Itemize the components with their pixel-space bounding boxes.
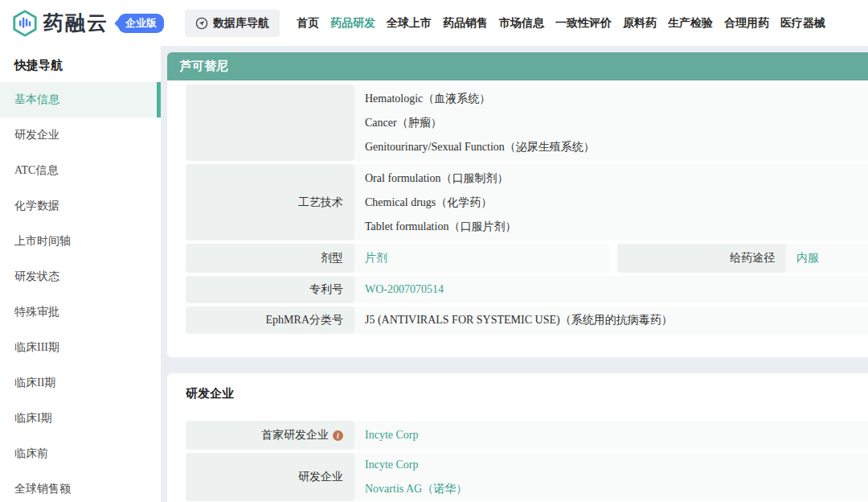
row-label: 研发企业 bbox=[186, 453, 354, 501]
edition-badge: 企业版 bbox=[118, 14, 164, 33]
company-link[interactable]: Novartis AG（诺华） bbox=[365, 483, 467, 495]
sidebar-item-clinical-phase1[interactable]: 临床I期 bbox=[0, 401, 161, 436]
main-content: 芦可替尼 Hematologic（血液系统） Cancer（肿瘤） Genito… bbox=[161, 46, 868, 502]
row-values: Hematologic（血液系统） Cancer（肿瘤） Genitourina… bbox=[354, 84, 868, 161]
drug-title: 芦可替尼 bbox=[180, 60, 228, 72]
main-nav: 首页 药品研发 全球上市 药品销售 市场信息 一致性评价 原料药 生产检验 合理… bbox=[291, 16, 831, 31]
rd-companies-card: 研发企业 首家研发企业 i Incyte Corp 研发企业 Incyte Co… bbox=[167, 373, 868, 502]
row-label: 剂型 bbox=[186, 244, 354, 273]
database-nav-label: 数据库导航 bbox=[213, 16, 269, 31]
row-value: 片剂 bbox=[354, 244, 609, 273]
logo-hexagon-icon bbox=[11, 10, 39, 37]
table-row-first-rd-company: 首家研发企业 i Incyte Corp bbox=[186, 421, 868, 450]
logo[interactable]: 药融云 企业版 bbox=[11, 10, 164, 37]
row-values: Incyte Corp Novartis AG（诺华） bbox=[354, 453, 868, 501]
value-item: Chemical drugs（化学药） bbox=[365, 191, 868, 215]
database-nav-button[interactable]: 数据库导航 bbox=[185, 10, 280, 37]
table-row-process-technology: 工艺技术 Oral formulation（口服制剂） Chemical dru… bbox=[186, 164, 868, 241]
row-label: 首家研发企业 i bbox=[186, 421, 354, 450]
sidebar-title: 快捷导航 bbox=[0, 46, 161, 82]
table-row-therapy-areas: Hematologic（血液系统） Cancer（肿瘤） Genitourina… bbox=[186, 84, 868, 161]
table-row-rd-companies: 研发企业 Incyte Corp Novartis AG（诺华） bbox=[186, 453, 868, 501]
row-label: EphMRA分类号 bbox=[186, 307, 354, 334]
basic-info-table: Hematologic（血液系统） Cancer（肿瘤） Genitourina… bbox=[167, 80, 868, 357]
row-value: J5 (ANTIVIRALS FOR SYSTEMIC USE)（系统用的抗病毒… bbox=[354, 307, 868, 334]
rd-companies-title: 研发企业 bbox=[186, 386, 868, 401]
nav-production-inspection[interactable]: 生产检验 bbox=[668, 16, 713, 31]
row-value: Incyte Corp bbox=[354, 421, 868, 450]
sidebar-item-chemical-data[interactable]: 化学数据 bbox=[0, 188, 161, 224]
row-value: 内服 bbox=[786, 244, 868, 273]
sidebar-item-clinical-phase2[interactable]: 临床II期 bbox=[0, 365, 161, 401]
sidebar-item-rd-companies[interactable]: 研发企业 bbox=[0, 117, 161, 153]
sidebar-item-launch-timeline[interactable]: 上市时间轴 bbox=[0, 224, 161, 259]
administration-route-link[interactable]: 内服 bbox=[796, 251, 868, 265]
value-item: Genitourinary/Sexual Function（泌尿生殖系统） bbox=[365, 135, 868, 159]
basic-info-card: 芦可替尼 Hematologic（血液系统） Cancer（肿瘤） Genito… bbox=[167, 52, 868, 357]
row-label: 给药途径 bbox=[617, 244, 786, 273]
value-item: Cancer（肿瘤） bbox=[365, 111, 868, 135]
table-row-patent-number: 专利号 WO-2007070514 bbox=[186, 276, 868, 303]
sidebar-item-rd-status[interactable]: 研发状态 bbox=[0, 259, 161, 294]
nav-drug-sales[interactable]: 药品销售 bbox=[443, 16, 488, 31]
compass-icon bbox=[195, 17, 208, 30]
nav-market-info[interactable]: 市场信息 bbox=[499, 16, 544, 31]
row-label bbox=[186, 84, 354, 161]
sidebar: 快捷导航 基本信息 研发企业 ATC信息 化学数据 上市时间轴 研发状态 特殊审… bbox=[0, 46, 161, 502]
nav-drug-rd[interactable]: 药品研发 bbox=[330, 16, 375, 31]
top-header: 药融云 企业版 数据库导航 首页 药品研发 全球上市 药品销售 市场信息 一致性… bbox=[0, 0, 868, 46]
nav-consistency-eval[interactable]: 一致性评价 bbox=[555, 16, 612, 31]
nav-api[interactable]: 原料药 bbox=[623, 16, 657, 31]
sidebar-item-global-sales[interactable]: 全球销售额 bbox=[0, 471, 161, 502]
row-spacer bbox=[609, 244, 617, 273]
row-label: 工艺技术 bbox=[186, 164, 354, 241]
first-rd-company-label: 首家研发企业 bbox=[261, 428, 329, 442]
nav-rational-use[interactable]: 合理用药 bbox=[724, 16, 769, 31]
value-item: Tablet formulation（口服片剂） bbox=[365, 215, 868, 239]
ephmra-code-value: J5 (ANTIVIRALS FOR SYSTEMIC USE)（系统用的抗病毒… bbox=[365, 313, 868, 327]
value-item: Hematologic（血液系统） bbox=[365, 87, 868, 111]
table-row-ephmra-code: EphMRA分类号 J5 (ANTIVIRALS FOR SYSTEMIC US… bbox=[186, 307, 868, 334]
app-root: 药融云 企业版 数据库导航 首页 药品研发 全球上市 药品销售 市场信息 一致性… bbox=[0, 0, 868, 502]
row-values: Oral formulation（口服制剂） Chemical drugs（化学… bbox=[354, 164, 868, 241]
row-label: 专利号 bbox=[186, 276, 354, 303]
drug-title-bar: 芦可替尼 bbox=[167, 52, 868, 80]
nav-medical-devices[interactable]: 医疗器械 bbox=[780, 16, 825, 31]
company-link[interactable]: Incyte Corp bbox=[365, 429, 868, 442]
dosage-form-link[interactable]: 片剂 bbox=[365, 251, 609, 265]
patent-number-link[interactable]: WO-2007070514 bbox=[365, 283, 868, 296]
company-link[interactable]: Incyte Corp bbox=[365, 459, 418, 471]
sidebar-item-atc-info[interactable]: ATC信息 bbox=[0, 153, 161, 188]
table-row-dosage-form: 剂型 片剂 给药途径 内服 bbox=[186, 244, 868, 273]
value-item: Oral formulation（口服制剂） bbox=[365, 167, 868, 191]
sidebar-item-basic-info[interactable]: 基本信息 bbox=[0, 82, 161, 117]
sidebar-item-preclinical[interactable]: 临床前 bbox=[0, 436, 161, 471]
content-wrap: 快捷导航 基本信息 研发企业 ATC信息 化学数据 上市时间轴 研发状态 特殊审… bbox=[0, 46, 868, 502]
logo-text: 药融云 bbox=[43, 10, 108, 36]
nav-global-launch[interactable]: 全球上市 bbox=[387, 16, 432, 31]
info-icon[interactable]: i bbox=[333, 430, 343, 441]
row-value: WO-2007070514 bbox=[354, 276, 868, 303]
sidebar-item-clinical-phase3[interactable]: 临床III期 bbox=[0, 330, 161, 365]
nav-home[interactable]: 首页 bbox=[297, 16, 319, 31]
sidebar-item-special-approval[interactable]: 特殊审批 bbox=[0, 294, 161, 330]
